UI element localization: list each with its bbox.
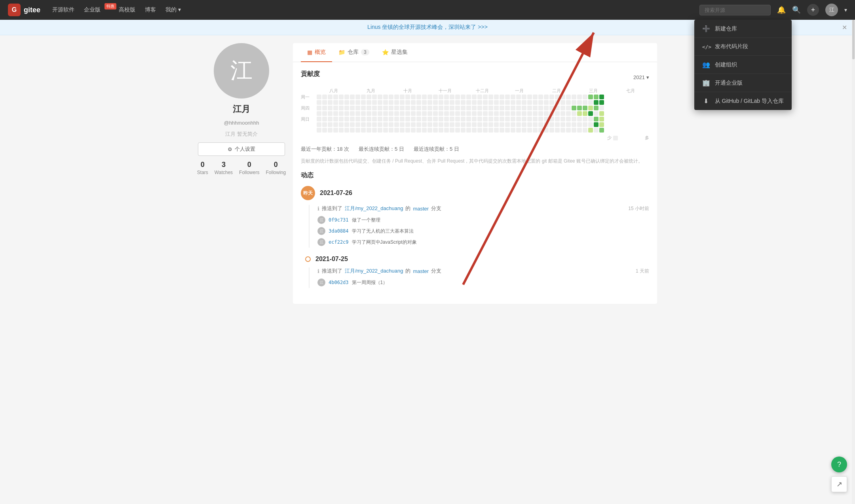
commit-hash-0-2[interactable]: ecf22c9 <box>329 239 349 245</box>
notification-bell-icon[interactable]: 🔔 <box>777 6 786 14</box>
commit-hash-0-0[interactable]: 0f9c731 <box>329 217 349 223</box>
create-plus-button[interactable]: + <box>807 4 819 16</box>
contrib-cell <box>367 111 371 116</box>
contrib-cell <box>549 95 554 99</box>
announce-text[interactable]: Linus 坐镇的全球开源技术峰会，深圳站来了 >>> <box>367 24 488 30</box>
contrib-cell <box>355 111 360 116</box>
contrib-cell <box>483 95 488 99</box>
tab-repos[interactable]: 📁 仓库 3 <box>332 43 376 62</box>
personal-settings-button[interactable]: ⚙ 个人设置 <box>198 142 285 156</box>
contrib-cell <box>544 111 549 116</box>
contrib-cell <box>367 100 371 105</box>
scrollbar-thumb[interactable] <box>852 20 855 59</box>
dropdown-create-org[interactable]: 👥 创建组织 <box>694 56 792 74</box>
followers-stat[interactable]: 0 Followers <box>239 161 259 175</box>
repo-link-0[interactable]: 江月/my_2022_dachuang <box>345 205 403 212</box>
contribution-grid-wrapper: 周一 周四 周日 <box>301 95 649 133</box>
contrib-cell <box>378 95 382 99</box>
nav-item-university[interactable]: 高校版 <box>119 6 135 13</box>
contrib-cell <box>416 122 421 127</box>
contrib-cell <box>505 122 510 127</box>
contrib-cell <box>389 128 393 133</box>
contrib-cell <box>378 122 382 127</box>
watches-stat[interactable]: 3 Watches <box>215 161 233 175</box>
nav-right-section: 🔔 🔍 + 江 ▾ <box>699 4 847 16</box>
contrib-cell <box>439 122 443 127</box>
day-labels: 周一 周四 周日 <box>301 95 315 133</box>
nav-logo[interactable]: G gitee <box>8 4 40 16</box>
announce-close-button[interactable]: ✕ <box>842 24 847 31</box>
contrib-cell <box>511 111 515 116</box>
contrib-cell <box>400 128 405 133</box>
legend-cell-0 <box>613 136 618 140</box>
contrib-cell <box>322 106 327 110</box>
contrib-cell <box>538 117 543 121</box>
open-enterprise-icon: 🏢 <box>702 79 710 87</box>
contrib-cell <box>411 95 416 99</box>
contrib-row-5 <box>317 122 649 127</box>
branch-link-1[interactable]: master <box>413 268 429 274</box>
nav-item-opensource[interactable]: 开源软件 <box>52 6 74 13</box>
legend-cell-2 <box>626 136 631 140</box>
contrib-cell <box>361 117 366 121</box>
nav-item-blog[interactable]: 博客 <box>145 6 156 13</box>
contrib-cell <box>500 111 504 116</box>
search-input[interactable] <box>699 5 771 15</box>
contrib-cell <box>400 95 405 99</box>
repo-link-1[interactable]: 江月/my_2022_dachuang <box>345 267 403 275</box>
contrib-cell <box>428 106 432 110</box>
contrib-cell <box>367 128 371 133</box>
dropdown-new-repo[interactable]: ➕ 新建仓库 <box>694 20 792 38</box>
contrib-cell <box>455 100 460 105</box>
contrib-cell <box>428 117 432 121</box>
contrib-cell <box>422 111 427 116</box>
contrib-cell <box>494 117 499 121</box>
contrib-cell <box>361 100 366 105</box>
contrib-cell <box>367 122 371 127</box>
contrib-cell <box>505 106 510 110</box>
contrib-cell <box>483 111 488 116</box>
dropdown-code-snippet[interactable]: </> 发布代码片段 <box>694 38 792 56</box>
profile-tabs: ▦ 概览 📁 仓库 3 ⭐ 星选集 <box>293 43 657 62</box>
nav-item-mine[interactable]: 我的 ▾ <box>165 6 181 13</box>
branch-link-0[interactable]: master <box>413 206 429 212</box>
contrib-cell <box>328 111 332 116</box>
contrib-cell <box>516 106 521 110</box>
nav-item-enterprise[interactable]: 企业版 特惠 <box>84 6 109 13</box>
legend-cell-1 <box>619 136 624 140</box>
contrib-cell <box>383 128 388 133</box>
tab-overview[interactable]: ▦ 概览 <box>301 43 332 62</box>
contrib-cell <box>378 117 382 121</box>
activity-section: 动态 昨天 2021-07-26 ℹ 推送到了 <box>301 171 649 288</box>
contrib-cell <box>483 128 488 133</box>
year-selector[interactable]: 2021 ▾ <box>633 74 649 80</box>
stars-stat[interactable]: 0 Stars <box>197 161 208 175</box>
contrib-cell <box>560 100 565 105</box>
dropdown-import-github[interactable]: ⬇ 从 GitHub / GitLab 导入仓库 <box>694 92 792 110</box>
commit-hash-1-0[interactable]: 4b062d3 <box>329 280 349 285</box>
contrib-cell <box>594 122 598 127</box>
contrib-cell <box>555 95 560 99</box>
contrib-cell <box>588 106 593 110</box>
contribution-stats: 最近一年贡献：18 次 最长连续贡献：5 日 最近连续贡献：5 日 <box>301 146 649 153</box>
contrib-cell <box>577 111 582 116</box>
contrib-cell <box>361 95 366 99</box>
contrib-cell <box>317 95 321 99</box>
contrib-cell <box>466 128 471 133</box>
contrib-cell <box>389 111 393 116</box>
contrib-cell <box>422 100 427 105</box>
tab-starred[interactable]: ⭐ 星选集 <box>376 43 414 62</box>
contrib-cell <box>339 100 344 105</box>
contrib-cell <box>572 100 576 105</box>
dropdown-open-enterprise[interactable]: 🏢 开通企业版 <box>694 74 792 92</box>
explore-icon[interactable]: 🔍 <box>792 6 801 14</box>
push-icon-1: ℹ <box>317 268 319 274</box>
contrib-cell <box>416 117 421 121</box>
following-stat[interactable]: 0 Following <box>266 161 286 175</box>
commit-hash-0-1[interactable]: 3da0884 <box>329 228 349 234</box>
contrib-cell <box>572 122 576 127</box>
contrib-cell <box>355 128 360 133</box>
contrib-cell <box>416 111 421 116</box>
contrib-cell <box>544 117 549 121</box>
user-avatar-nav[interactable]: 江 <box>825 4 838 16</box>
